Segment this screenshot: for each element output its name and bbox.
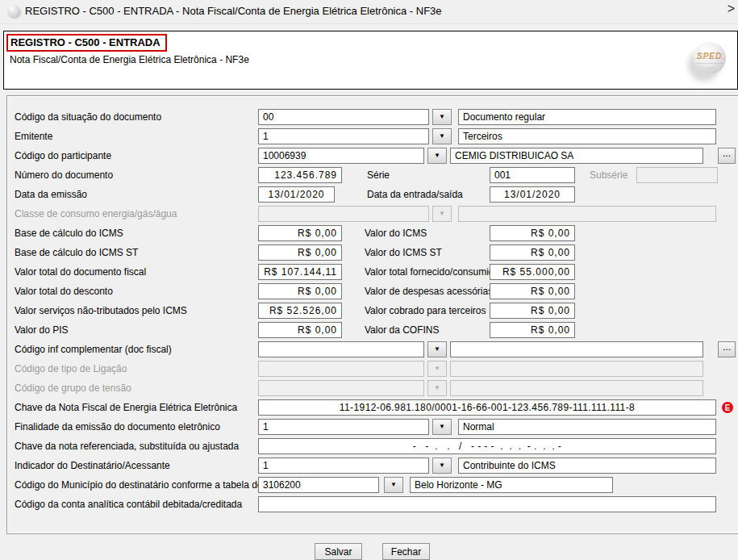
cod-inf-dropdown-button[interactable]: ▼ bbox=[427, 341, 447, 357]
situacao-desc[interactable] bbox=[458, 109, 716, 125]
vl-cofins-input[interactable] bbox=[490, 322, 575, 338]
chevron-down-icon: ▼ bbox=[434, 346, 440, 353]
vl-doc-label: Valor total do documento fiscal bbox=[15, 266, 146, 278]
row-municipio: Código do Município do destinatário conf… bbox=[0, 477, 738, 494]
numero-label: Número do documento bbox=[15, 169, 113, 181]
save-button[interactable]: Salvar bbox=[315, 543, 362, 560]
chave-input[interactable] bbox=[258, 399, 716, 416]
header-panel: REGISTRO - C500 - ENTRADA Nota Fiscal/Co… bbox=[3, 31, 738, 90]
row-vl-nao-trib: Valor serviços não-tributados pelo ICMS … bbox=[0, 303, 738, 320]
vl-icms-input[interactable] bbox=[490, 225, 575, 241]
situacao-dropdown-button[interactable]: ▼ bbox=[432, 109, 452, 125]
tipo-ligacao-label: Código de tipo de Ligação bbox=[15, 363, 127, 374]
row-conta: Código da conta analítica contábil debit… bbox=[0, 496, 738, 513]
numero-input[interactable] bbox=[258, 167, 342, 183]
indicador-input[interactable] bbox=[258, 458, 429, 474]
grupo-tensao-dropdown-button: ▼ bbox=[427, 380, 447, 396]
emitente-desc[interactable] bbox=[458, 128, 716, 144]
cod-inf-browse-button[interactable]: ... bbox=[718, 341, 736, 357]
vl-pis-input[interactable] bbox=[258, 322, 342, 338]
vl-desconto-input[interactable] bbox=[258, 283, 342, 299]
close-button[interactable]: Fechar bbox=[382, 543, 430, 560]
chave-ref-label: Chave da nota referenciada, substituída … bbox=[15, 441, 239, 452]
chevron-down-icon: ▼ bbox=[434, 385, 440, 391]
emitente-label: Emitente bbox=[15, 131, 52, 142]
cod-inf-input[interactable] bbox=[258, 341, 424, 357]
chave-label: Chave da Nota Fiscal de Energia Elétrica… bbox=[15, 402, 237, 413]
emitente-dropdown-button[interactable]: ▼ bbox=[432, 128, 452, 144]
row-bc-icms: Base de cálculo do ICMS Valor do ICMS bbox=[0, 225, 738, 242]
vl-desconto-label: Valor total do desconto bbox=[15, 286, 113, 297]
chevron-down-icon: ▼ bbox=[434, 366, 440, 372]
vl-despesas-label: Valor de despesas acessórias bbox=[365, 286, 493, 297]
municipio-desc[interactable] bbox=[410, 477, 613, 493]
data-emissao-input[interactable] bbox=[258, 186, 335, 203]
participante-browse-button[interactable]: ... bbox=[718, 148, 736, 164]
participante-desc[interactable] bbox=[450, 148, 703, 164]
chave-ref-input[interactable] bbox=[258, 438, 716, 454]
row-vl-desconto: Valor total do desconto Valor de despesa… bbox=[0, 283, 738, 300]
finalidade-input[interactable] bbox=[258, 419, 429, 435]
vl-doc-input[interactable] bbox=[258, 264, 342, 280]
indicador-dropdown-button[interactable]: ▼ bbox=[432, 458, 452, 474]
bc-icms-st-label: Base de cálculo do ICMS ST bbox=[15, 247, 138, 258]
chevron-down-icon: ▼ bbox=[439, 114, 445, 120]
finalidade-desc[interactable] bbox=[458, 419, 716, 435]
title-separator bbox=[0, 23, 738, 24]
ellipsis-icon: ... bbox=[723, 148, 731, 159]
serie-input[interactable] bbox=[490, 167, 575, 183]
conta-label: Código da conta analítica contábil debit… bbox=[15, 499, 242, 510]
row-bc-icms-st: Base de cálculo do ICMS ST Valor do ICMS… bbox=[0, 244, 738, 261]
row-grupo-tensao: Código de grupo de tensão ▼ bbox=[0, 380, 738, 397]
indicador-label: Indicador do Destinatário/Acessante bbox=[15, 460, 170, 471]
grupo-tensao-label: Código de grupo de tensão bbox=[15, 382, 131, 394]
participante-dropdown-button[interactable]: ▼ bbox=[427, 148, 447, 164]
bc-icms-label: Base de cálculo do ICMS bbox=[15, 228, 123, 239]
sped-logo-text: SPED bbox=[697, 52, 722, 61]
chevron-down-icon: ▼ bbox=[439, 424, 445, 430]
data-entrada-input[interactable] bbox=[490, 186, 575, 203]
situacao-input[interactable] bbox=[258, 109, 429, 125]
chevron-down-icon: ▼ bbox=[434, 153, 440, 159]
sped-logo: SPED bbox=[690, 41, 728, 77]
cod-inf-desc[interactable] bbox=[450, 341, 703, 357]
chevron-down-icon: ▼ bbox=[439, 211, 445, 217]
error-badge[interactable]: E bbox=[722, 402, 733, 413]
classe-label: Classe de consumo energia/gás/água bbox=[15, 208, 177, 219]
emitente-input[interactable] bbox=[258, 128, 429, 144]
participante-input[interactable] bbox=[258, 148, 424, 164]
vl-nao-trib-input[interactable] bbox=[258, 303, 342, 319]
vl-despesas-input[interactable] bbox=[490, 283, 575, 299]
grupo-tensao-input bbox=[258, 380, 424, 396]
municipio-input[interactable] bbox=[258, 477, 379, 493]
indicador-desc[interactable] bbox=[458, 458, 716, 474]
bc-icms-input[interactable] bbox=[258, 225, 342, 241]
register-title-highlight: REGISTRO - C500 - ENTRADA bbox=[6, 34, 167, 52]
classe-desc bbox=[458, 206, 716, 222]
vl-terceiros-input[interactable] bbox=[490, 303, 575, 319]
subserie-label: Subsérie bbox=[590, 169, 628, 181]
classe-input bbox=[258, 206, 429, 222]
vl-fornecido-input[interactable] bbox=[490, 264, 575, 280]
tipo-ligacao-input bbox=[258, 361, 424, 377]
grupo-tensao-desc bbox=[450, 380, 703, 396]
row-situacao: Código da situação do documento ▼ bbox=[0, 109, 738, 126]
row-numero: Número do documento Série Subsérie bbox=[0, 167, 738, 184]
bc-icms-st-input[interactable] bbox=[258, 244, 342, 261]
scroll-right-chevron-icon[interactable]: > bbox=[728, 2, 735, 16]
conta-input[interactable] bbox=[258, 496, 716, 512]
row-tipo-ligacao: Código de tipo de Ligação ▼ bbox=[0, 361, 738, 378]
row-indicador: Indicador do Destinatário/Acessante ▼ bbox=[0, 458, 738, 474]
municipio-dropdown-button[interactable]: ▼ bbox=[384, 477, 403, 493]
row-chave-ref: Chave da nota referenciada, substituída … bbox=[0, 438, 738, 455]
finalidade-dropdown-button[interactable]: ▼ bbox=[432, 419, 452, 435]
vl-terceiros-label: Valor cobrado para terceiros bbox=[365, 305, 486, 316]
data-entrada-label: Data da entrada/saída bbox=[367, 189, 463, 200]
cod-inf-label: Código inf complementar (doc fiscal) bbox=[15, 344, 172, 355]
vl-fornecido-label: Valor total fornecido/consumido bbox=[365, 266, 499, 278]
row-finalidade: Finalidade da emissão do documento eletr… bbox=[0, 419, 738, 436]
ellipsis-icon: ... bbox=[723, 341, 731, 353]
vl-icms-label: Valor do ICMS bbox=[365, 228, 427, 239]
row-emitente: Emitente ▼ bbox=[0, 128, 738, 145]
vl-icms-st-input[interactable] bbox=[490, 244, 575, 261]
